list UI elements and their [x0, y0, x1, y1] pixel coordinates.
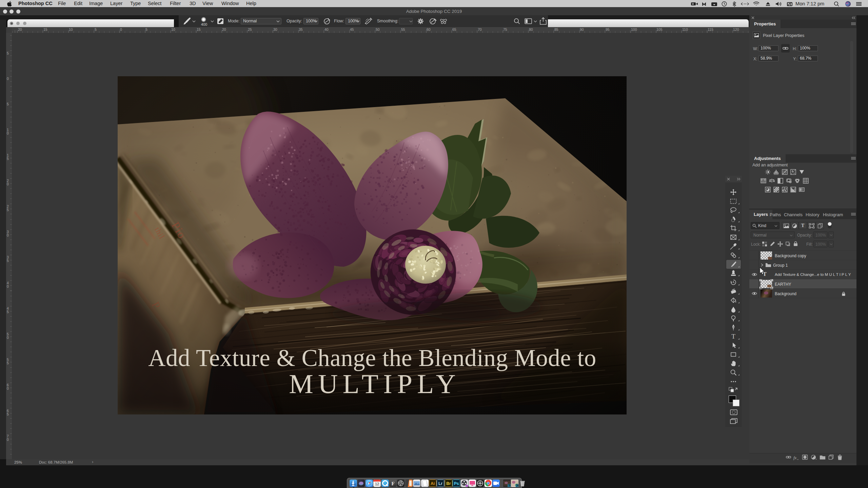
svg-text:12: 12 — [375, 482, 379, 486]
svg-text:Add Texture & Change the Blend: Add Texture & Change the Blending Mode t… — [148, 345, 596, 371]
svg-text:Ps: Ps — [454, 481, 459, 486]
svg-text:Mon 7:12 pm: Mon 7:12 pm — [795, 1, 824, 6]
svg-text:T: T — [731, 333, 735, 340]
svg-text:Br: Br — [446, 481, 451, 486]
svg-text:Ps: Ps — [508, 485, 511, 487]
svg-text:Ps: Ps — [516, 485, 518, 487]
svg-text:fx: fx — [793, 455, 797, 460]
svg-text:MULTIPLY: MULTIPLY — [289, 369, 460, 399]
svg-text:Ai: Ai — [431, 481, 435, 486]
svg-text:Lr: Lr — [438, 481, 442, 486]
svg-text:F: F — [391, 481, 394, 486]
